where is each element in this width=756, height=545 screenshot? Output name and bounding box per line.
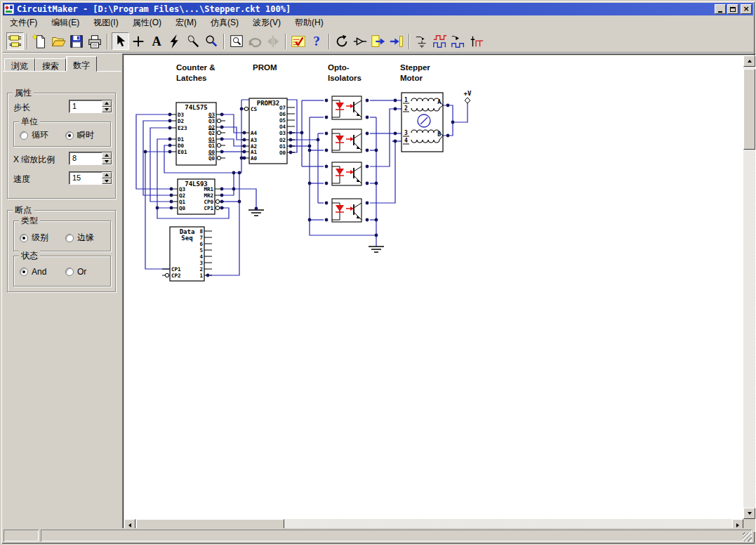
svg-text:Q0: Q0 (208, 155, 215, 162)
svg-text:A3: A3 (251, 137, 258, 143)
toolbar-separator (329, 34, 330, 49)
step-size-value[interactable]: 1 (69, 100, 102, 112)
speed-value[interactable]: 15 (69, 172, 102, 184)
stepper-motor[interactable]: 1234AB (402, 93, 443, 152)
speed-down-button[interactable] (102, 178, 112, 185)
pulse-tool-button[interactable] (468, 32, 486, 50)
undo-button[interactable] (246, 32, 264, 50)
menu-waveforms[interactable]: 波形(V) (246, 15, 288, 30)
opto-isolator[interactable] (332, 162, 362, 185)
close-button[interactable]: × (741, 4, 752, 14)
junction-dot (366, 149, 369, 152)
menu-view[interactable]: 视图(I) (86, 15, 125, 30)
tab-digital[interactable]: 数字 (66, 56, 97, 72)
up-arrow-icon (105, 171, 109, 176)
junction-dot (366, 116, 369, 119)
wire[interactable] (157, 139, 173, 208)
chip-74ls93[interactable]: 74LS93Q3Q2Q1Q0MR1MR2CP0CP1 (170, 179, 224, 214)
menu-macros[interactable]: 宏(M) (168, 15, 204, 30)
parts-browser-icon (7, 34, 22, 49)
vertical-scrollbar[interactable] (743, 55, 755, 519)
unit-instant-radio[interactable]: 瞬时 (65, 129, 94, 141)
reset-sim-button[interactable] (333, 32, 351, 50)
probe-waveform-button[interactable] (450, 32, 467, 50)
menu-simulation[interactable]: 仿真(S) (204, 15, 246, 30)
select-arrow-button[interactable] (112, 32, 129, 50)
down-arrow-icon (748, 512, 752, 517)
step-size-down-button[interactable] (102, 107, 112, 113)
rotate-button[interactable] (265, 32, 282, 50)
wire-tool-button[interactable] (130, 32, 147, 50)
open-file-button[interactable] (50, 32, 67, 50)
select-arrow-icon (112, 34, 128, 49)
junction-dot (289, 138, 293, 142)
app-window: CircuitMaker - [D:\Program Files\...\Ste… (0, 0, 756, 545)
junction-dot (366, 182, 369, 185)
ground-symbol[interactable] (248, 210, 264, 216)
wire[interactable] (222, 127, 244, 140)
run-to-point-button[interactable] (388, 32, 406, 50)
tab-search[interactable]: 搜索 (35, 58, 66, 72)
junction-dot (243, 138, 246, 142)
state-or-radio[interactable]: Or (65, 267, 86, 277)
help-button[interactable]: ? (308, 32, 326, 50)
scroll-up-button[interactable] (743, 55, 755, 67)
menu-help[interactable]: 帮助(H) (288, 15, 331, 30)
speed-up-button[interactable] (102, 172, 112, 178)
wire[interactable] (143, 121, 173, 195)
wire[interactable] (222, 114, 244, 133)
zoom-tool-button[interactable] (203, 32, 220, 50)
chip-prom32[interactable]: PROM32CSA4A3A2A1A0O7O6O5O4O3O2O1O0 (241, 98, 295, 164)
trace-tool-button[interactable] (413, 32, 431, 50)
digital-mode-button[interactable] (290, 32, 307, 50)
unit-cycle-radio[interactable]: 循环 (20, 129, 48, 141)
tab-browse[interactable]: 浏览 (4, 58, 35, 72)
state-and-radio[interactable]: And (20, 267, 46, 277)
text-tool-button[interactable]: A (148, 32, 166, 50)
junction-dot (375, 149, 378, 152)
menu-edit[interactable]: 编辑(E) (44, 15, 86, 30)
step-size-up-button[interactable] (102, 100, 112, 107)
x-scale-down-button[interactable] (102, 159, 112, 165)
schematic-canvas[interactable]: +V74LS75D3D2E23D1D0E01Q3Q3Q2Q2Q1Q1Q0Q0PR… (124, 55, 743, 519)
x-scale-up-button[interactable] (102, 152, 112, 159)
scroll-down-button[interactable] (743, 508, 755, 519)
delete-tool-button[interactable] (166, 32, 184, 50)
step-size-spinner: 1 (69, 100, 112, 113)
fit-window-button[interactable] (228, 32, 246, 50)
type-level-radio[interactable]: 级别 (20, 232, 48, 244)
ground-symbol[interactable] (369, 247, 384, 252)
wire[interactable] (443, 105, 453, 136)
parts-browser-button[interactable] (6, 32, 24, 50)
opto-isolator[interactable] (332, 129, 362, 152)
minimize-button[interactable] (715, 4, 726, 14)
print-button[interactable] (86, 32, 104, 50)
opto-isolator[interactable] (332, 96, 362, 119)
menu-file[interactable]: 文件(F) (3, 15, 44, 30)
save-file-button[interactable] (68, 32, 86, 50)
right-arrow-icon (736, 523, 741, 527)
chip-data-seq[interactable]: DataSeqCP1CP287654321 (162, 227, 212, 281)
wire[interactable] (221, 189, 256, 210)
wire[interactable] (221, 173, 234, 195)
step-sim-button[interactable] (370, 32, 387, 50)
probe-tool-button[interactable] (185, 32, 202, 50)
resize-grip[interactable] (743, 532, 752, 541)
run-probe-button[interactable] (352, 32, 369, 50)
down-arrow-icon (105, 108, 109, 113)
vertical-scroll-thumb[interactable] (743, 69, 755, 150)
x-scale-value[interactable]: 8 (69, 152, 102, 164)
junction-dot (144, 150, 147, 154)
new-file-button[interactable] (32, 32, 49, 50)
section-title: Stepper (400, 63, 430, 72)
waveform-display-button[interactable] (432, 32, 449, 50)
maximize-button[interactable] (727, 4, 738, 14)
opto-isolator[interactable] (332, 199, 362, 222)
chip-74ls75[interactable]: 74LS75D3D2E23D1D0E01Q3Q3Q2Q2Q1Q1Q0Q0 (168, 103, 225, 165)
wire[interactable] (453, 103, 467, 122)
menu-options[interactable]: 属性(O) (126, 15, 168, 30)
speed-spinner: 15 (69, 171, 112, 185)
power-terminal[interactable]: +V (464, 90, 472, 103)
svg-text:A4: A4 (251, 130, 258, 136)
type-edge-radio[interactable]: 边缘 (65, 232, 94, 244)
